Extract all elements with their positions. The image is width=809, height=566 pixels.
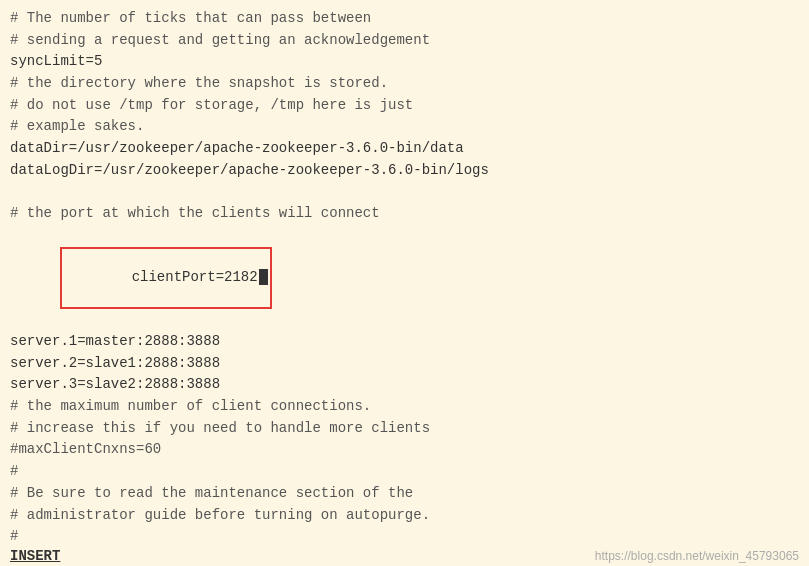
watermark-text: https://blog.csdn.net/weixin_45793065 <box>595 549 799 563</box>
highlighted-line-container: clientPort=2182 <box>10 225 799 331</box>
text-cursor <box>259 269 268 285</box>
code-line <box>10 182 799 204</box>
code-line: server.1=master:2888:3888 <box>10 331 799 353</box>
code-line: # the directory where the snapshot is st… <box>10 73 799 95</box>
code-line: # do not use /tmp for storage, /tmp here… <box>10 95 799 117</box>
code-line: server.2=slave1:2888:3888 <box>10 353 799 375</box>
clientport-highlighted: clientPort=2182 <box>60 247 271 310</box>
vim-mode-label: INSERT <box>10 548 60 564</box>
code-line: syncLimit=5 <box>10 51 799 73</box>
code-line: # increase this if you need to handle mo… <box>10 418 799 440</box>
code-line: # The number of ticks that can pass betw… <box>10 8 799 30</box>
code-line: # administrator guide before turning on … <box>10 505 799 527</box>
code-line: # <box>10 526 799 548</box>
code-line: server.3=slave2:2888:3888 <box>10 374 799 396</box>
code-line: #maxClientCnxns=60 <box>10 439 799 461</box>
status-bar: INSERT https://blog.csdn.net/weixin_4579… <box>0 546 809 566</box>
code-line: # the port at which the clients will con… <box>10 203 799 225</box>
code-line: # example sakes. <box>10 116 799 138</box>
code-line: # Be sure to read the maintenance sectio… <box>10 483 799 505</box>
clientport-text: clientPort=2182 <box>132 269 258 285</box>
editor: # The number of ticks that can pass betw… <box>0 0 809 566</box>
code-line: # the maximum number of client connectio… <box>10 396 799 418</box>
code-content: # The number of ticks that can pass betw… <box>10 8 799 566</box>
code-line: # sending a request and getting an ackno… <box>10 30 799 52</box>
code-line: # <box>10 461 799 483</box>
code-line: dataLogDir=/usr/zookeeper/apache-zookeep… <box>10 160 799 182</box>
code-line: dataDir=/usr/zookeeper/apache-zookeeper-… <box>10 138 799 160</box>
